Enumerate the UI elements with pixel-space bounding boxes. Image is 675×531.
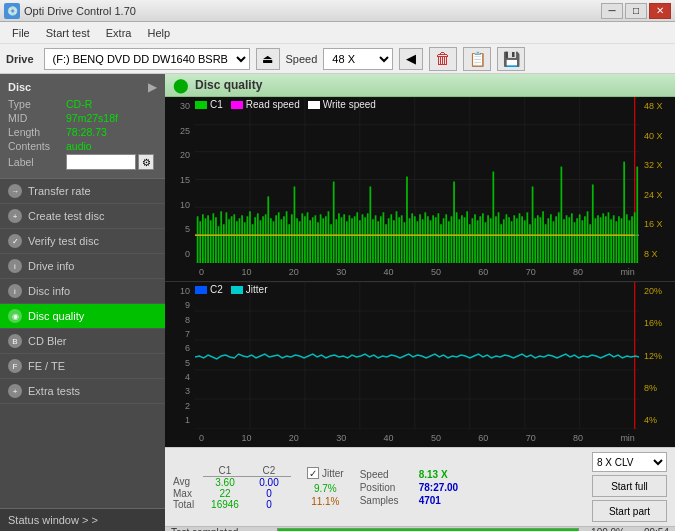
disc-label-input[interactable] xyxy=(66,154,136,170)
write-speed-legend-color xyxy=(308,101,320,109)
sidebar-item-disc-quality[interactable]: ◉ Disc quality xyxy=(0,304,165,329)
svg-rect-105 xyxy=(430,220,432,263)
eject-button[interactable]: ⏏ xyxy=(256,48,280,70)
svg-rect-52 xyxy=(291,214,293,263)
minimize-button[interactable]: ─ xyxy=(601,3,623,19)
svg-rect-171 xyxy=(602,213,604,263)
svg-rect-33 xyxy=(241,215,243,263)
sidebar-item-cd-bler[interactable]: B CD Bler xyxy=(0,329,165,354)
svg-rect-110 xyxy=(443,218,445,263)
svg-rect-150 xyxy=(547,218,549,263)
svg-rect-91 xyxy=(393,220,395,263)
svg-rect-39 xyxy=(257,213,259,263)
svg-rect-108 xyxy=(437,213,439,263)
svg-rect-157 xyxy=(566,215,568,263)
speed-select[interactable]: 48 X40 X32 X24 X xyxy=(323,48,393,70)
erase-button[interactable]: 🗑 xyxy=(429,47,457,71)
stats-avg-c2: 0.00 xyxy=(247,476,291,488)
start-full-button[interactable]: Start full xyxy=(592,475,667,497)
svg-rect-143 xyxy=(529,224,531,263)
stats-table: C1 C2 Avg 3.60 0.00 Max 22 0 Total 16946… xyxy=(173,465,291,510)
svg-rect-92 xyxy=(396,211,398,263)
jitter-avg-val: 9.7% xyxy=(307,483,344,494)
sidebar-item-create-test-disc-label: Create test disc xyxy=(28,210,104,222)
progress-percent: 100.0% xyxy=(585,527,625,531)
svg-rect-41 xyxy=(262,216,264,263)
svg-rect-77 xyxy=(356,212,358,263)
svg-rect-119 xyxy=(466,211,468,263)
save-button[interactable]: 💾 xyxy=(497,47,525,71)
disc-type-label: Type xyxy=(8,98,66,110)
svg-rect-89 xyxy=(388,218,390,263)
svg-rect-63 xyxy=(320,214,322,263)
sidebar-item-drive-info-label: Drive info xyxy=(28,260,74,272)
disc-contents-label: Contents xyxy=(8,140,66,152)
svg-rect-69 xyxy=(335,219,337,263)
sidebar-item-drive-info[interactable]: i Drive info xyxy=(0,254,165,279)
svg-rect-164 xyxy=(584,216,586,263)
disc-label-btn[interactable]: ⚙ xyxy=(138,154,154,170)
menu-help[interactable]: Help xyxy=(139,25,178,41)
jitter-checkbox[interactable]: ✓ xyxy=(307,467,319,479)
svg-rect-81 xyxy=(367,213,369,263)
svg-rect-129 xyxy=(492,172,494,263)
svg-rect-154 xyxy=(558,212,560,263)
svg-rect-165 xyxy=(587,211,589,263)
status-window-button[interactable]: Status window > > xyxy=(0,508,165,531)
svg-rect-184 xyxy=(636,167,638,263)
c1-legend-label: C1 xyxy=(210,99,223,110)
menu-file[interactable]: File xyxy=(4,25,38,41)
copy-button[interactable]: 📋 xyxy=(463,47,491,71)
stats-total-c2: 0 xyxy=(247,499,291,510)
svg-rect-100 xyxy=(417,221,419,263)
chart2-canvas xyxy=(195,282,639,429)
disc-mid-value: 97m27s18f xyxy=(66,112,118,124)
svg-rect-151 xyxy=(550,214,552,263)
maximize-button[interactable]: □ xyxy=(625,3,647,19)
svg-rect-180 xyxy=(626,214,628,263)
svg-rect-20 xyxy=(207,215,209,263)
sidebar-item-verify-test-disc-label: Verify test disc xyxy=(28,235,99,247)
sidebar-item-cd-bler-label: CD Bler xyxy=(28,335,67,347)
menu-start-test[interactable]: Start test xyxy=(38,25,98,41)
sidebar-item-disc-info[interactable]: i Disc info xyxy=(0,279,165,304)
speed-info: Speed 8.13 X Position 78:27.00 Samples 4… xyxy=(360,469,458,506)
menu-extra[interactable]: Extra xyxy=(98,25,140,41)
sidebar-item-transfer-rate[interactable]: → Transfer rate xyxy=(0,179,165,204)
svg-rect-74 xyxy=(349,215,351,263)
svg-rect-75 xyxy=(351,218,353,263)
disc-panel-arrow[interactable]: ▶ xyxy=(148,80,157,94)
sidebar-item-extra-tests[interactable]: + Extra tests xyxy=(0,379,165,404)
svg-rect-136 xyxy=(511,221,513,263)
svg-rect-111 xyxy=(445,214,447,263)
svg-rect-31 xyxy=(236,221,238,263)
svg-rect-175 xyxy=(613,215,615,263)
svg-rect-112 xyxy=(448,221,450,263)
drive-select[interactable]: (F:) BENQ DVD DD DW1640 BSRB xyxy=(44,48,250,70)
speed-combo-select[interactable]: 8 X CLV 16 X CLV 24 X CLV 48 X CLV xyxy=(592,452,667,472)
svg-rect-22 xyxy=(212,213,214,263)
svg-rect-71 xyxy=(341,217,343,263)
svg-rect-93 xyxy=(398,217,400,263)
sidebar-item-create-test-disc[interactable]: + Create test disc xyxy=(0,204,165,229)
svg-rect-60 xyxy=(312,217,314,263)
svg-rect-147 xyxy=(540,217,542,263)
chart2-legend: C2 Jitter xyxy=(195,284,267,295)
svg-rect-127 xyxy=(487,215,489,263)
sidebar-item-verify-test-disc[interactable]: ✓ Verify test disc xyxy=(0,229,165,254)
start-part-button[interactable]: Start part xyxy=(592,500,667,522)
svg-rect-59 xyxy=(309,220,311,263)
chart2-y-axis-right: 20% 16% 12% 8% 4% xyxy=(639,282,675,429)
status-window-label: Status window > > xyxy=(8,514,98,526)
jitter-check-label: Jitter xyxy=(322,468,344,479)
svg-rect-116 xyxy=(458,219,460,263)
nav-button[interactable]: ◀ xyxy=(399,48,423,70)
transfer-rate-icon: → xyxy=(8,184,22,198)
svg-rect-67 xyxy=(330,224,332,263)
svg-rect-170 xyxy=(600,217,602,263)
svg-rect-27 xyxy=(226,212,228,263)
sidebar-item-fe-te[interactable]: F FE / TE xyxy=(0,354,165,379)
disc-contents-value: audio xyxy=(66,140,92,152)
chart1-x-axis: 0 10 20 30 40 50 60 70 80 min xyxy=(195,263,639,281)
close-button[interactable]: ✕ xyxy=(649,3,671,19)
